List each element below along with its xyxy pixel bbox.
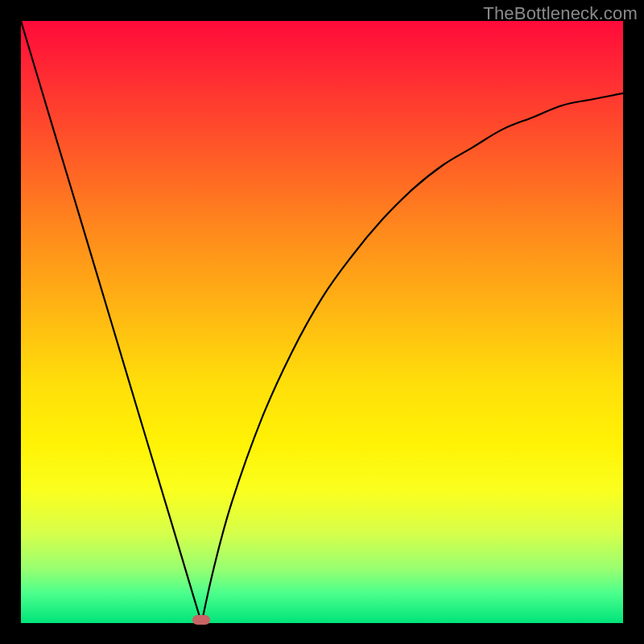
chart-frame: TheBottleneck.com	[0, 0, 644, 644]
line-chart	[21, 21, 623, 623]
series-left-branch	[21, 21, 201, 623]
minimum-marker	[192, 615, 210, 625]
plot-area	[21, 21, 623, 623]
series-right-branch	[201, 93, 623, 623]
watermark-text: TheBottleneck.com	[483, 3, 638, 24]
